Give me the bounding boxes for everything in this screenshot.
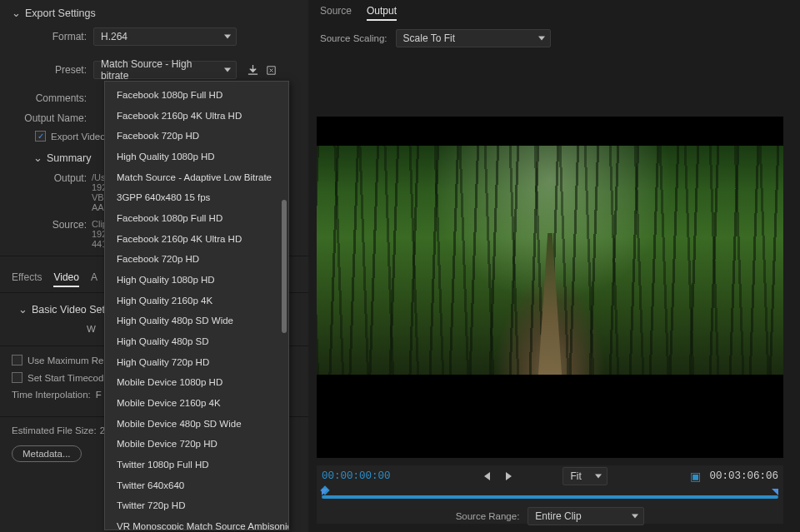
- output-name-label: Output Name:: [20, 112, 87, 124]
- preset-option[interactable]: Facebook 2160p 4K Ultra HD: [105, 229, 288, 250]
- video-preview: [317, 117, 783, 458]
- preset-option[interactable]: Facebook 1080p Full HD: [105, 85, 288, 106]
- format-value: H.264: [101, 31, 128, 42]
- save-preset-icon[interactable]: [245, 62, 260, 77]
- in-point-handle[interactable]: [322, 489, 328, 495]
- timecode-out: 00:03:06:06: [709, 470, 778, 482]
- preset-option[interactable]: High Quality 1080p HD: [105, 147, 288, 167]
- preset-option[interactable]: 3GPP 640x480 15 fps: [105, 187, 288, 208]
- out-point-handle[interactable]: [772, 489, 778, 495]
- preset-option[interactable]: Facebook 1080p Full HD: [105, 208, 288, 229]
- source-scaling-label: Source Scaling:: [320, 33, 388, 43]
- zoom-fit-value: Fit: [570, 470, 581, 482]
- use-max-render-checkbox[interactable]: [12, 355, 22, 365]
- preset-option[interactable]: Facebook 720p HD: [105, 249, 288, 270]
- set-start-tc-label: Set Start Timecode: [28, 373, 109, 383]
- preset-option[interactable]: Twitter 720p HD: [105, 495, 288, 516]
- preview-controls: 00:00:00:00 Fit ▣ 00:03:06:06 Source Ran…: [317, 465, 783, 524]
- preset-select[interactable]: Match Source - High bitrate: [93, 61, 237, 79]
- step-fwd-icon[interactable]: [501, 469, 516, 484]
- preview-tabs: Source Output: [320, 5, 788, 21]
- timeline-track: [322, 495, 778, 499]
- source-scaling-select[interactable]: Scale To Fit: [396, 29, 551, 47]
- preset-option[interactable]: High Quality 1080p HD: [105, 270, 288, 291]
- source-range-value: Entire Clip: [535, 510, 581, 522]
- source-range-select[interactable]: Entire Clip: [528, 507, 644, 525]
- preset-dropdown[interactable]: Facebook 1080p Full HDFacebook 2160p 4K …: [104, 81, 289, 530]
- preset-option[interactable]: Match Source - Adaptive Low Bitrate: [105, 167, 288, 188]
- source-scaling-value: Scale To Fit: [403, 32, 455, 44]
- chevron-down-icon: ⌄: [12, 7, 20, 19]
- preset-option[interactable]: High Quality 480p SD Wide: [105, 311, 288, 331]
- preset-option-list: Facebook 1080p Full HDFacebook 2160p 4K …: [105, 85, 288, 530]
- preview-image: [317, 146, 783, 375]
- export-settings-title: Export Settings: [25, 7, 96, 19]
- export-settings-header[interactable]: ⌄ Export Settings: [12, 7, 297, 19]
- preset-option[interactable]: Facebook 720p HD: [105, 126, 288, 147]
- summary-output-label: Output:: [48, 172, 87, 184]
- zoom-fit-select[interactable]: Fit: [562, 467, 608, 485]
- tab-effects[interactable]: Effects: [12, 271, 42, 287]
- time-interp-value: F: [96, 390, 102, 400]
- comments-label: Comments:: [28, 92, 87, 104]
- timecode-in[interactable]: 00:00:00:00: [322, 470, 397, 482]
- basic-video-w: W: [87, 324, 96, 334]
- aspect-ratio-icon[interactable]: ▣: [688, 469, 702, 484]
- preset-option[interactable]: High Quality 2160p 4K: [105, 291, 288, 311]
- preset-option[interactable]: Mobile Device 2160p 4K: [105, 393, 288, 414]
- preset-option[interactable]: Facebook 2160p 4K Ultra HD: [105, 106, 288, 127]
- summary-source-label: Source:: [48, 219, 87, 231]
- tab-video[interactable]: Video: [53, 271, 78, 287]
- format-label: Format:: [28, 31, 87, 42]
- import-preset-icon[interactable]: [263, 62, 278, 77]
- metadata-button[interactable]: Metadata...: [12, 445, 82, 462]
- format-select[interactable]: H.264: [93, 27, 237, 46]
- preset-option[interactable]: Mobile Device 480p SD Wide: [105, 414, 288, 435]
- preset-label: Preset:: [28, 64, 87, 76]
- tab-source[interactable]: Source: [320, 5, 352, 21]
- summary-title: Summary: [47, 152, 91, 164]
- preset-option[interactable]: VR Monoscopic Match Source Ambisonics: [105, 516, 288, 530]
- preset-option[interactable]: Mobile Device 1080p HD: [105, 372, 288, 393]
- preset-option[interactable]: High Quality 720p HD: [105, 352, 288, 373]
- export-video-checkbox[interactable]: [35, 131, 46, 142]
- est-file-size-label: Estimated File Size:: [12, 425, 97, 435]
- export-video-label: Export Video: [51, 132, 106, 142]
- set-start-tc-checkbox[interactable]: [12, 372, 22, 383]
- chevron-down-icon: ⌄: [18, 303, 27, 316]
- tab-output[interactable]: Output: [367, 5, 397, 21]
- tab-audio[interactable]: A: [91, 271, 98, 287]
- dropdown-scrollbar[interactable]: [282, 85, 287, 526]
- preset-option[interactable]: Twitter 640x640: [105, 475, 288, 496]
- timeline[interactable]: [322, 489, 778, 504]
- preset-option[interactable]: Mobile Device 720p HD: [105, 434, 288, 455]
- step-back-icon[interactable]: [479, 469, 494, 484]
- chevron-down-icon: ⌄: [33, 152, 42, 164]
- preset-option[interactable]: Twitter 1080p Full HD: [105, 455, 288, 475]
- time-interp-label: Time Interpolation:: [12, 390, 91, 400]
- preset-value: Match Source - High bitrate: [101, 58, 219, 82]
- preset-option[interactable]: High Quality 480p SD: [105, 331, 288, 352]
- source-range-label: Source Range:: [456, 511, 520, 521]
- use-max-render-label: Use Maximum Ren: [28, 355, 109, 365]
